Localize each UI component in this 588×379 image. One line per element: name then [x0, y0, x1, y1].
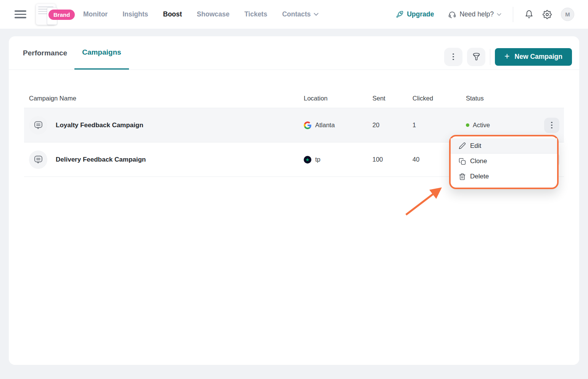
google-icon: [304, 121, 311, 129]
kebab-icon: [453, 53, 454, 60]
new-campaign-label: New Campaign: [515, 53, 562, 61]
menu-item-label: Edit: [470, 142, 481, 150]
campaign-name: Delivery Feedback Campaign: [56, 156, 146, 164]
need-help-label: Need help?: [459, 10, 494, 18]
actions-divider: [490, 49, 490, 65]
nav-item-contacts[interactable]: Contacts: [282, 10, 319, 18]
table-header-row: Campaign Name Location Sent Clicked Stat…: [24, 89, 564, 108]
nav-item-monitor[interactable]: Monitor: [83, 10, 108, 18]
navbar-divider: [513, 7, 513, 22]
column-header-sent: Sent: [367, 95, 408, 102]
tab-bar: Performance Campaigns: [23, 36, 129, 70]
nav-item-tickets[interactable]: Tickets: [244, 10, 267, 18]
nav-item-contacts-label: Contacts: [282, 10, 311, 18]
upgrade-label: Upgrade: [407, 10, 434, 18]
header-actions: + New Campaign: [444, 44, 572, 70]
page-background: Performance Campaigns + New Campaign: [0, 29, 588, 379]
column-header-status: Status: [461, 95, 539, 102]
notifications-button[interactable]: [525, 10, 533, 19]
chat-bubble-icon: [33, 120, 43, 130]
card-header: Performance Campaigns + New Campaign: [9, 36, 579, 70]
column-header-clicked: Clicked: [408, 95, 461, 102]
gear-icon: [543, 10, 552, 19]
campaign-chat-icon-wrap: [29, 116, 47, 134]
column-header-campaign-name: Campaign Name: [24, 95, 299, 102]
plus-icon: +: [504, 52, 509, 61]
sent-count: 20: [367, 121, 408, 129]
trash-icon: [459, 173, 466, 180]
menu-item-label: Clone: [470, 157, 487, 165]
settings-button[interactable]: [543, 10, 552, 19]
app-logo[interactable]: Brand: [36, 3, 71, 26]
menu-item-clone[interactable]: Clone: [451, 154, 557, 169]
headset-icon: [448, 10, 456, 19]
nav-item-insights[interactable]: Insights: [122, 10, 148, 18]
user-avatar[interactable]: M: [561, 8, 574, 21]
menu-item-delete[interactable]: Delete: [451, 169, 557, 184]
status-dot: [466, 123, 469, 127]
nav-item-showcase[interactable]: Showcase: [197, 10, 230, 18]
upgrade-button[interactable]: Upgrade: [396, 10, 434, 18]
menu-item-label: Delete: [470, 173, 489, 180]
chevron-down-icon: [497, 13, 501, 16]
nav-item-boost[interactable]: Boost: [163, 10, 182, 18]
location-name: Atlanta: [315, 121, 335, 129]
bell-icon: [525, 10, 533, 19]
pencil-icon: [459, 142, 466, 149]
chat-bubble-icon: [33, 154, 43, 165]
filter-button[interactable]: [467, 48, 485, 66]
status-label: Active: [473, 121, 490, 129]
main-nav: Monitor Insights Boost Showcase Tickets …: [83, 10, 319, 18]
menu-item-edit[interactable]: Edit: [451, 138, 557, 154]
tab-campaigns[interactable]: Campaigns: [74, 36, 129, 70]
copy-icon: [459, 158, 466, 165]
campaigns-card: Performance Campaigns + New Campaign: [9, 36, 579, 365]
more-options-button[interactable]: [444, 48, 462, 66]
funnel-icon: [472, 52, 481, 62]
need-help-button[interactable]: Need help?: [448, 10, 501, 19]
kebab-icon: [551, 122, 553, 129]
new-campaign-button[interactable]: + New Campaign: [495, 48, 572, 66]
campaign-name: Loyalty Feedback Campaign: [56, 121, 143, 129]
campaign-chat-icon-wrap: [29, 151, 47, 169]
sent-count: 100: [367, 156, 408, 163]
rocket-icon: [396, 10, 404, 18]
top-navbar: Brand Monitor Insights Boost Showcase Ti…: [0, 0, 588, 29]
hamburger-menu-icon[interactable]: [14, 10, 26, 18]
clicked-count: 1: [408, 121, 461, 129]
trustpilot-icon: ★: [304, 156, 311, 164]
location-name: tp: [315, 156, 321, 163]
column-header-location: Location: [299, 95, 367, 102]
chevron-down-icon: [314, 13, 319, 16]
brand-badge: Brand: [48, 10, 75, 20]
tab-performance[interactable]: Performance: [23, 36, 67, 70]
row-context-menu: Edit Clone Delete: [449, 135, 559, 189]
row-actions-button[interactable]: [544, 118, 559, 133]
